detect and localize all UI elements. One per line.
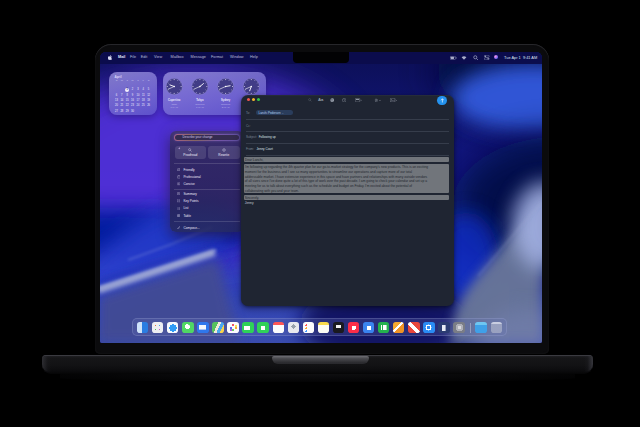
svg-text:2:41 AM: 2:41 AM: [222, 105, 230, 107]
svg-text:9:41 AM: 9:41 AM: [170, 105, 178, 107]
svg-text:Tokyo: Tokyo: [196, 98, 204, 102]
svg-text:1:41 AM: 1:41 AM: [196, 105, 204, 107]
svg-text:Tomorrow: Tomorrow: [195, 102, 205, 104]
svg-text:Sydney: Sydney: [221, 98, 231, 102]
svg-text:Cupertino: Cupertino: [168, 98, 181, 102]
svg-text:Tomorrow: Tomorrow: [221, 102, 231, 104]
svg-text:Today: Today: [171, 102, 178, 104]
